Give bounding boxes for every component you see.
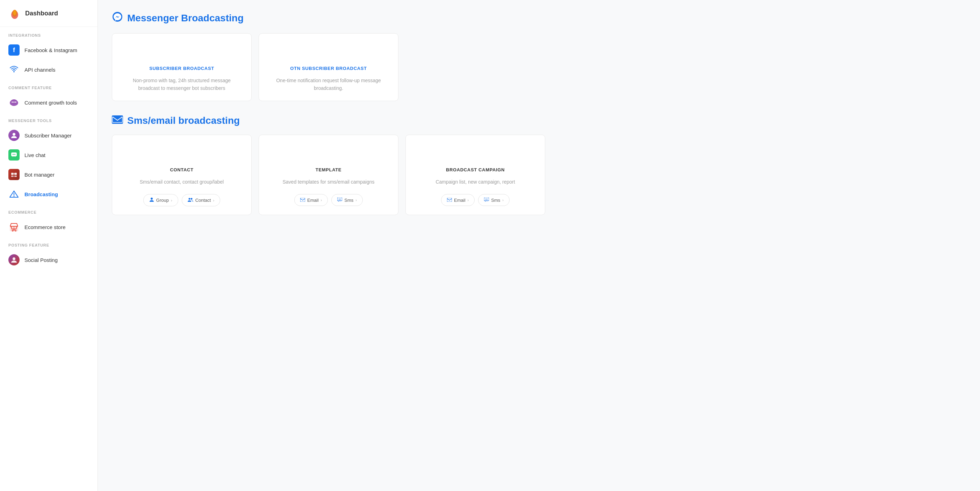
otn-broadcast-title: OTN SUBSCRIBER BROADCAST [290,66,367,71]
sidebar-item-comment-growth[interactable]: Comment growth tools [0,92,97,112]
svg-point-32 [191,198,192,200]
messenger-title-text: Messenger Broadcasting [127,13,243,24]
svg-point-36 [339,199,340,200]
svg-rect-16 [14,173,17,175]
contact-contact-button[interactable]: Contact › [182,194,220,206]
sidebar-item-facebook-instagram[interactable]: f Facebook & Instagram [0,40,97,60]
svg-rect-38 [447,198,452,202]
svg-rect-17 [11,175,14,177]
campaign-email-button[interactable]: Email › [441,194,475,206]
section-label-integrations: INTEGRATIONS [0,27,97,40]
svg-point-12 [13,154,13,155]
broadcast-campaign-desc: Campaign list, new campaign, report [436,178,515,186]
subscriber-manager-icon-box [8,130,19,141]
empty-card-spacer [406,33,545,101]
template-card-desc: Saved templates for sms/email campaigns [283,178,375,186]
svg-rect-33 [300,198,305,202]
svg-point-27 [13,257,15,260]
campaign-sms-label: Sms [491,198,500,203]
svg-point-9 [15,101,16,103]
broadcasting-icon [9,190,19,199]
sidebar-item-ecommerce-store[interactable]: Ecommerce store [0,217,97,237]
main-content: Messenger Broadcasting SUBSCRIBER BROADC… [98,0,980,491]
contact-card[interactable]: CONTACT Sms/email contact, contact group… [112,135,251,215]
svg-point-4 [14,71,15,72]
campaign-sms-button[interactable]: Sms › [478,194,509,206]
sms-cards-row: CONTACT Sms/email contact, contact group… [112,135,966,215]
campaign-sms-chevron: › [502,198,504,202]
svg-point-25 [12,230,13,231]
svg-point-30 [151,198,153,200]
subscriber-manager-icon [8,130,19,141]
bot-manager-label: Bot manager [24,172,54,178]
svg-point-37 [340,199,341,200]
section-label-ecommerce: ECOMMERCE [0,204,97,217]
svg-point-26 [15,230,16,231]
contact-card-buttons: Group › Contact › [143,194,220,206]
subscriber-broadcast-desc: Non-promo with tag, 24h structured messa… [122,77,242,92]
sidebar: Dashboard INTEGRATIONS f Facebook & Inst… [0,0,98,491]
social-posting-label: Social Posting [24,257,58,263]
sidebar-logo: Dashboard [0,0,97,27]
svg-point-10 [13,133,15,136]
contact-button-label: Contact [196,198,211,203]
contact-group-button[interactable]: Group › [143,194,178,206]
svg-rect-18 [14,175,17,177]
messenger-title-icon [112,11,123,25]
template-sms-icon [337,197,342,203]
broadcast-campaign-title: BROADCAST CAMPAIGN [446,167,505,172]
messenger-section-title: Messenger Broadcasting [112,11,966,25]
live-chat-icon [8,149,19,161]
sidebar-item-bot-manager[interactable]: Bot manager [0,165,97,184]
contact-card-desc: Sms/email contact, contact group/label [140,178,224,186]
sidebar-item-live-chat[interactable]: Live chat [0,145,97,165]
broadcast-campaign-buttons: Email › Sms › [441,194,509,206]
broadcast-campaign-card[interactable]: BROADCAST CAMPAIGN Campaign list, new ca… [406,135,545,215]
broadcasting-label: Broadcasting [24,191,58,197]
contact-chevron-icon: › [213,198,214,202]
subscriber-manager-label: Subscriber Manager [24,132,72,139]
social-posting-icon-box [8,254,19,265]
otn-broadcast-desc: One-time notification request follow-up … [269,77,388,92]
messenger-cards-row: SUBSCRIBER BROADCAST Non-promo with tag,… [112,33,966,101]
comment-growth-icon-box [8,97,19,108]
svg-rect-15 [11,173,14,175]
svg-point-8 [13,101,15,103]
wifi-icon-box [8,64,19,75]
comment-growth-icon [8,97,19,108]
section-label-comment: COMMENT FEATURE [0,80,97,92]
otn-subscriber-broadcast-card[interactable]: OTN SUBSCRIBER BROADCAST One-time notifi… [259,33,398,101]
dashboard-label: Dashboard [25,10,58,17]
group-chevron-icon: › [171,198,172,202]
campaign-sms-icon [484,197,489,203]
facebook-icon-box: f [8,45,19,56]
sidebar-item-broadcasting[interactable]: Broadcasting [0,184,97,204]
template-card[interactable]: TEMPLATE Saved templates for sms/email c… [259,135,398,215]
svg-point-35 [339,199,339,200]
svg-point-42 [487,199,488,200]
svg-point-40 [485,199,486,200]
subscriber-broadcast-title: SUBSCRIBER BROADCAST [149,66,214,71]
campaign-email-icon [447,197,452,203]
campaign-email-label: Email [454,198,466,203]
contact-button-icon [188,197,193,203]
sms-title-icon [112,115,123,126]
comment-growth-label: Comment growth tools [24,100,77,105]
sidebar-item-social-posting[interactable]: Social Posting [0,250,97,269]
template-email-label: Email [307,198,319,203]
contact-card-title: CONTACT [170,167,193,172]
template-sms-button[interactable]: Sms › [331,194,363,206]
ecommerce-store-label: Ecommerce store [24,224,66,230]
template-email-button[interactable]: Email › [294,194,328,206]
sidebar-item-subscriber-manager[interactable]: Subscriber Manager [0,126,97,145]
sidebar-item-api-channels[interactable]: API channels [0,60,97,80]
wifi-icon [9,65,19,75]
sms-section-title: Sms/email broadcasting [112,115,966,126]
api-channels-label: API channels [24,67,55,73]
ecommerce-store-icon-box [8,222,19,233]
bot-manager-icon [8,169,19,180]
logo-icon [8,7,21,19]
section-label-messenger: MESSENGER TOOLS [0,112,97,126]
subscriber-broadcast-card[interactable]: SUBSCRIBER BROADCAST Non-promo with tag,… [112,33,251,101]
group-button-label: Group [156,198,169,203]
